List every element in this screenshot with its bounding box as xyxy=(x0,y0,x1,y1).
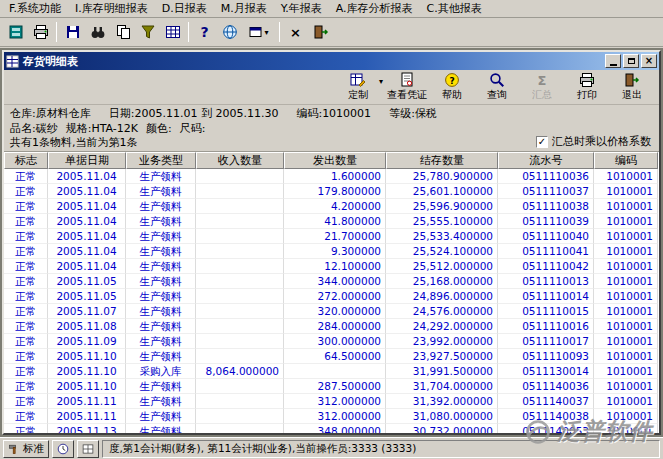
menu-other-report[interactable]: C.其他报表 xyxy=(420,0,489,18)
view-voucher-button[interactable]: 查看凭证 xyxy=(386,71,428,103)
table-row[interactable]: 正常2005.11.10生产领料64.50000023,927.50000005… xyxy=(4,349,659,364)
table-row[interactable]: 正常2005.11.04生产领料41.80000025,555.10000005… xyxy=(4,214,659,229)
table-cell: 25,524.100000 xyxy=(386,244,498,259)
table-row[interactable]: 正常2005.11.05生产领料344.00000025,168.0000000… xyxy=(4,274,659,289)
print-icon xyxy=(33,24,49,40)
color-label: 颜色: xyxy=(146,122,172,135)
grid-button[interactable] xyxy=(160,21,185,44)
table-cell: 生产领料 xyxy=(126,214,196,229)
table-row[interactable]: 正常2005.11.07生产领料320.00000024,576.0000000… xyxy=(4,304,659,319)
table-row[interactable]: 正常2005.11.04生产领料1.60000025,780.900000051… xyxy=(4,169,659,184)
table-cell: 179.800000 xyxy=(284,184,386,199)
query-button[interactable]: 查询 xyxy=(476,71,518,103)
table-row[interactable]: 正常2005.11.04生产领料179.80000025,601.1000000… xyxy=(4,184,659,199)
table-row[interactable]: 正常2005.11.04生产领料4.20000025,596.900000051… xyxy=(4,199,659,214)
column-header[interactable]: 业务类型 xyxy=(126,152,196,169)
table-cell: 344.000000 xyxy=(284,274,386,289)
svg-text:?: ? xyxy=(449,76,454,86)
close-icon: × xyxy=(290,25,301,40)
layout-button[interactable] xyxy=(77,440,99,458)
checkbox-icon[interactable]: ✓ xyxy=(536,136,548,148)
table-cell: 1010001 xyxy=(594,214,658,229)
find-button[interactable] xyxy=(85,21,110,44)
table-row[interactable]: 正常2005.11.05生产领料272.00000024,896.0000000… xyxy=(4,289,659,304)
close-button[interactable]: × xyxy=(641,54,657,68)
table-row[interactable]: 正常2005.11.08生产领料284.00000024,292.0000000… xyxy=(4,319,659,334)
column-header[interactable]: 流水号 xyxy=(498,152,594,169)
table-cell: 生产领料 xyxy=(126,199,196,214)
table-cell: 正常 xyxy=(4,349,48,364)
table-cell: 2005.11.04 xyxy=(48,229,126,244)
exit-app-button[interactable] xyxy=(308,21,333,44)
column-header[interactable]: 单据日期 xyxy=(48,152,126,169)
table-row[interactable]: 正常2005.11.11生产领料312.00000031,392.0000000… xyxy=(4,394,659,409)
table-row[interactable]: 正常2005.11.09生产领料300.00000023,992.0000000… xyxy=(4,334,659,349)
column-header[interactable]: 编码 xyxy=(594,152,658,169)
table-cell xyxy=(196,409,284,424)
table-row[interactable]: 正常2005.11.04生产领料21.70000025,533.40000005… xyxy=(4,229,659,244)
table-cell: 1010001 xyxy=(594,424,658,433)
code-value: 1010001 xyxy=(322,107,371,120)
table-row[interactable]: 正常2005.11.10采购入库8,064.00000031,991.50000… xyxy=(4,364,659,379)
child-titlebar[interactable]: 存货明细表 × xyxy=(4,52,659,70)
summarize-button[interactable]: Σ 汇总 xyxy=(521,71,563,103)
column-header[interactable]: 发出数量 xyxy=(284,152,386,169)
close-view-button[interactable]: × xyxy=(283,21,308,44)
copy-button[interactable] xyxy=(110,21,135,44)
clock-button[interactable] xyxy=(52,440,74,458)
restore-button[interactable] xyxy=(623,54,639,68)
table-cell: 1010001 xyxy=(594,184,658,199)
grade-value: 保税 xyxy=(415,107,437,120)
table-cell xyxy=(196,259,284,274)
table-cell: 1010001 xyxy=(594,379,658,394)
size-label: 尺码: xyxy=(180,122,206,135)
table-cell: 生产领料 xyxy=(126,334,196,349)
table-cell: 正常 xyxy=(4,289,48,304)
archive-icon xyxy=(8,24,24,40)
window-select-button[interactable]: ▾ xyxy=(242,21,276,44)
status-text: 度,第1会计期(财务), 第11会计期(业务),当前操作员:3333 (3333… xyxy=(109,442,416,456)
minimize-button[interactable] xyxy=(605,54,621,68)
customize-button[interactable]: 定制 xyxy=(337,71,379,103)
exit-report-button[interactable]: 退出 xyxy=(611,71,653,103)
print-button[interactable] xyxy=(28,21,53,44)
customize-dropdown-icon[interactable]: ▾ xyxy=(379,77,383,86)
menu-stock-detail-report[interactable]: I.库存明细报表 xyxy=(68,0,155,18)
column-header[interactable]: 收入数量 xyxy=(196,152,284,169)
table-row[interactable]: 正常2005.11.13生产领料348.00000030,732.0000000… xyxy=(4,424,659,433)
customize-icon xyxy=(350,72,366,88)
column-header[interactable]: 标志 xyxy=(4,152,48,169)
spec-label: 规格: xyxy=(66,122,92,135)
browser-button[interactable] xyxy=(217,21,242,44)
table-row[interactable]: 正常2005.11.10生产领料287.50000031,704.0000000… xyxy=(4,379,659,394)
help-button[interactable]: ? 帮助 xyxy=(431,71,473,103)
table-body: 正常2005.11.04生产领料1.60000025,780.900000051… xyxy=(4,169,659,433)
table-cell: 正常 xyxy=(4,214,48,229)
column-header[interactable]: 结存数量 xyxy=(386,152,498,169)
menu-daily-report[interactable]: D.日报表 xyxy=(155,0,214,18)
price-factor-option[interactable]: ✓ 汇总时乘以价格系数 xyxy=(536,135,651,150)
table-cell: 0511110093 xyxy=(498,349,594,364)
exit-icon xyxy=(313,24,329,40)
table-cell: 25,780.900000 xyxy=(386,169,498,184)
filter-button[interactable] xyxy=(135,21,160,44)
table-cell xyxy=(196,274,284,289)
table-row[interactable]: 正常2005.11.04生产领料9.30000025,524.100000051… xyxy=(4,244,659,259)
table-cell: 生产领料 xyxy=(126,244,196,259)
table-cell: 25,601.100000 xyxy=(386,184,498,199)
menu-yearly-report[interactable]: Y.年报表 xyxy=(274,0,329,18)
menu-stock-analysis-report[interactable]: A.库存分析报表 xyxy=(329,0,420,18)
table-cell: 1010001 xyxy=(594,274,658,289)
table-cell: 1010001 xyxy=(594,334,658,349)
table-cell xyxy=(196,199,284,214)
table-row[interactable]: 正常2005.11.04生产领料12.10000025,512.00000005… xyxy=(4,259,659,274)
menu-monthly-report[interactable]: M.月报表 xyxy=(214,0,274,18)
table-row[interactable]: 正常2005.11.11生产领料312.00000031,080.0000000… xyxy=(4,409,659,424)
save-button[interactable] xyxy=(60,21,85,44)
table-cell: 30,732.000000 xyxy=(386,424,498,433)
mode-button[interactable]: 标准 xyxy=(3,440,49,458)
menu-system[interactable]: F.系统功能 xyxy=(2,0,68,18)
archive-button[interactable] xyxy=(3,21,28,44)
help-button[interactable]: ? xyxy=(192,21,217,44)
print-report-button[interactable]: 打印 xyxy=(566,71,608,103)
